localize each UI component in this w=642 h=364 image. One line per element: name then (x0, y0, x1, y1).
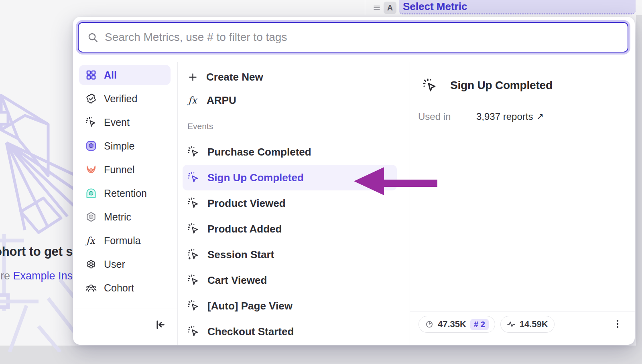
used-in-label: Used in (418, 111, 476, 122)
create-new-label: Create New (206, 71, 263, 83)
create-new-button[interactable]: Create New (178, 65, 410, 89)
sidebar-item-verified[interactable]: Verified (79, 89, 171, 109)
screen: ohort to get s ore Example Ins A Select … (0, 0, 642, 364)
category-sidebar: All Verified Event Simple Funnel (73, 62, 178, 345)
list-item-label: Session Start (207, 249, 274, 261)
sidebar-footer (73, 309, 177, 345)
event-spark-cursor-icon (187, 300, 199, 312)
list-item-label: Sign Up Completed (207, 172, 304, 184)
detail-title: Sign Up Completed (450, 79, 553, 92)
list-item-checkout-started[interactable]: Checkout Started (178, 319, 410, 344)
list-item-label: Product Viewed (207, 197, 286, 210)
detail-stats-bar: 47.35K # 2 14.59K (410, 311, 635, 345)
simple-icon (85, 140, 97, 152)
verified-badge-icon (85, 93, 97, 104)
detail-header: Sign Up Completed (423, 77, 553, 94)
unique-count-badge[interactable]: 14.59K (500, 316, 555, 333)
total-count-badge[interactable]: 47.35K # 2 (419, 316, 495, 333)
reports-link[interactable]: 3,937 reports (476, 111, 533, 122)
list-item-label: Cart Viewed (207, 274, 267, 287)
external-link-arrow-icon: ↗ (536, 111, 543, 122)
sidebar-item-retention[interactable]: Retention (79, 183, 171, 203)
kebab-menu-icon (612, 319, 623, 329)
sidebar-item-label: All (104, 69, 117, 81)
sidebar-item-funnel[interactable]: Funnel (79, 160, 171, 180)
more-options-button[interactable] (611, 316, 624, 332)
list-item-product-added[interactable]: Product Added (178, 216, 410, 242)
dialog-body: All Verified Event Simple Funnel (73, 62, 635, 345)
funnel-icon (85, 164, 97, 175)
sidebar-item-label: Verified (104, 93, 137, 105)
sidebar-item-simple[interactable]: Simple (79, 136, 171, 156)
event-spark-cursor-icon (187, 223, 199, 235)
metric-picker-dialog: All Verified Event Simple Funnel (73, 17, 635, 345)
sidebar-item-label: Event (104, 117, 130, 128)
sidebar-item-formula[interactable]: Formula (79, 231, 171, 251)
event-spark-star-icon (187, 249, 199, 261)
sidebar-item-label: Funnel (104, 164, 134, 176)
sidebar-item-label: Cohort (104, 282, 134, 294)
used-in-row: Used in 3,937 reports ↗ (418, 111, 544, 122)
user-cluster-icon (85, 259, 97, 270)
list-item-label: Product Added (207, 223, 282, 235)
sidebar-item-metric[interactable]: Metric (79, 207, 171, 227)
event-spark-cursor-icon (187, 197, 199, 209)
unique-count-value: 14.59K (520, 319, 548, 330)
list-item-sign-up-completed[interactable]: Sign Up Completed (183, 165, 397, 190)
list-item-label: ARPU (207, 94, 236, 107)
list-item-cart-viewed[interactable]: Cart Viewed (178, 267, 410, 293)
pie-chart-icon (425, 320, 434, 329)
list-item-label: Purchase Completed (207, 146, 311, 158)
rank-chip: # 2 (470, 319, 489, 330)
total-count-value: 47.35K (438, 319, 466, 330)
event-spark-cursor-icon (187, 326, 199, 338)
search-field (78, 22, 628, 53)
sidebar-item-user[interactable]: User (79, 254, 171, 274)
sidebar-item-all[interactable]: All (79, 65, 171, 85)
list-item-product-viewed[interactable]: Product Viewed (178, 190, 410, 216)
plus-icon (187, 72, 198, 83)
list-item-session-start[interactable]: Session Start (178, 242, 410, 267)
sidebar-item-cohort[interactable]: Cohort (79, 278, 171, 298)
retention-icon (85, 188, 97, 199)
formula-fx-icon (85, 235, 97, 246)
list-item-label: [Auto] Page View (207, 300, 293, 312)
event-spark-cursor-icon (423, 78, 437, 93)
sidebar-item-label: User (104, 259, 125, 270)
sidebar-item-label: Retention (104, 188, 147, 199)
collapse-panel-icon (154, 319, 166, 331)
sidebar-item-label: Metric (104, 211, 131, 223)
event-spark-cursor-icon (187, 172, 199, 184)
pulse-icon (507, 320, 516, 329)
metric-list: Create New ARPU Events Purchase Complete… (178, 62, 410, 345)
metric-hexagon-icon (85, 211, 97, 222)
list-item-arpu[interactable]: ARPU (178, 89, 410, 112)
cohort-people-icon (85, 282, 97, 293)
sidebar-item-event[interactable]: Event (79, 112, 171, 132)
list-item-label: Checkout Started (207, 326, 294, 338)
sidebar-item-label: Formula (104, 235, 141, 247)
metric-detail-panel: Sign Up Completed Used in 3,937 reports … (410, 62, 635, 345)
search-input[interactable] (104, 30, 620, 44)
event-spark-cursor-icon (85, 117, 97, 128)
formula-fx-icon (187, 95, 199, 106)
events-section-label: Events (187, 121, 410, 132)
event-spark-cursor-icon (187, 146, 199, 158)
event-spark-cursor-icon (187, 274, 199, 286)
collapse-sidebar-button[interactable] (153, 318, 167, 332)
sidebar-item-label: Simple (104, 140, 134, 152)
list-item-auto-page-view[interactable]: [Auto] Page View (178, 293, 410, 319)
grid-icon (85, 69, 97, 81)
search-icon (87, 32, 98, 43)
list-item-purchase-completed[interactable]: Purchase Completed (178, 139, 410, 165)
